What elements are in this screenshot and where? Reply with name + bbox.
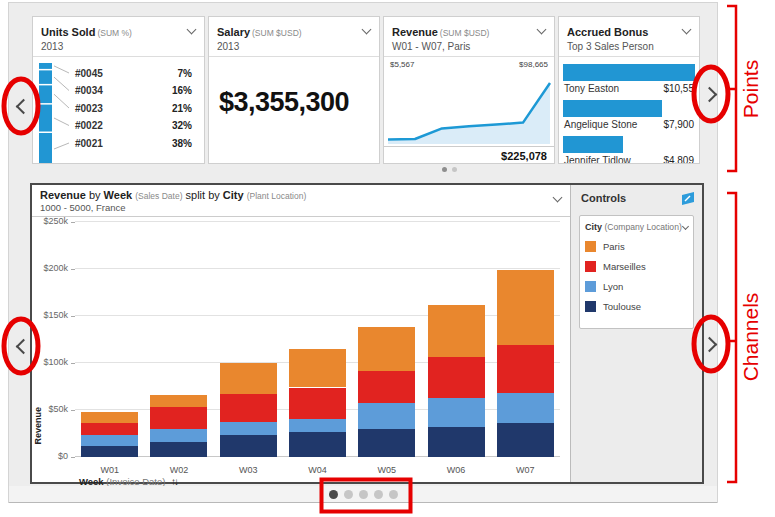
bar-segment-lyon[interactable] bbox=[220, 422, 277, 435]
callout-line bbox=[54, 118, 69, 126]
gridline bbox=[75, 268, 560, 269]
bonus-bar[interactable] bbox=[563, 136, 623, 153]
bar-segment-toulouse[interactable] bbox=[428, 427, 485, 457]
units-item-label: #0022 bbox=[75, 120, 103, 131]
cards-prev-button[interactable] bbox=[10, 91, 32, 121]
bar-segment-paris[interactable] bbox=[497, 270, 554, 345]
bar-segment-toulouse[interactable] bbox=[81, 446, 138, 457]
bonus-value: $10,55 bbox=[663, 83, 694, 94]
card-header: Revenue(SUM $USD) W01 - W07, Paris bbox=[384, 17, 554, 57]
pagination-dot[interactable] bbox=[329, 490, 338, 499]
units-sold-bar-segment[interactable] bbox=[39, 70, 52, 84]
charts-prev-button[interactable] bbox=[10, 331, 32, 361]
card-pagination-dot[interactable] bbox=[452, 167, 457, 172]
y-axis-tick-label: $200k bbox=[32, 263, 68, 273]
bar-segment-marseilles[interactable] bbox=[81, 423, 138, 435]
annotation-bracket-points bbox=[727, 6, 736, 171]
y-axis-tick bbox=[71, 316, 75, 317]
chevron-down-icon[interactable] bbox=[682, 25, 692, 35]
units-item-label: #0021 bbox=[75, 138, 103, 149]
card-pagination-dot[interactable] bbox=[442, 167, 447, 172]
gridline bbox=[75, 315, 560, 316]
controls-panel: Controls City (Company Location) ParisMa… bbox=[570, 185, 702, 482]
expand-icon[interactable] bbox=[681, 191, 695, 209]
bar-segment-paris[interactable] bbox=[428, 305, 485, 358]
sparkline-area bbox=[388, 83, 550, 144]
legend-label: Paris bbox=[603, 241, 625, 252]
bar-segment-marseilles[interactable] bbox=[150, 407, 207, 429]
bar-segment-toulouse[interactable] bbox=[289, 432, 346, 457]
card-title-suffix: (SUM %) bbox=[97, 28, 131, 38]
callout-line bbox=[54, 143, 69, 149]
legend-dimension: City bbox=[585, 222, 602, 232]
chevron-left-icon bbox=[15, 98, 31, 114]
dashboard-page: Units Sold(SUM %) 2013 #00457%#003416%#0… bbox=[0, 0, 775, 517]
bar-segment-toulouse[interactable] bbox=[220, 435, 277, 457]
bonus-bar[interactable] bbox=[563, 100, 662, 117]
y-axis-tick-label: $100k bbox=[32, 357, 68, 367]
chevron-down-icon[interactable] bbox=[362, 25, 372, 35]
pagination-dot[interactable] bbox=[374, 490, 383, 499]
legend-dimension-suffix: (Company Location) bbox=[604, 222, 681, 232]
bar-segment-marseilles[interactable] bbox=[358, 371, 415, 404]
bar-segment-paris[interactable] bbox=[81, 412, 138, 423]
bonus-person-name: Angelique Stone bbox=[564, 119, 637, 130]
legend-swatch bbox=[585, 261, 596, 272]
units-sold-bar-segment[interactable] bbox=[39, 85, 52, 103]
y-axis-tick-label: $0 bbox=[32, 451, 68, 461]
bar-segment-lyon[interactable] bbox=[428, 398, 485, 427]
chart-title: Revenue by Week (Sales Date) split by Ci… bbox=[40, 189, 562, 201]
bonus-meta: Tony Easton$10,55 bbox=[564, 83, 694, 94]
bar-segment-marseilles[interactable] bbox=[289, 388, 346, 419]
x-axis-tick-label: W01 bbox=[75, 465, 144, 475]
bar-segment-toulouse[interactable] bbox=[150, 442, 207, 457]
stacked-bar-plot bbox=[75, 222, 560, 457]
bar-segment-paris[interactable] bbox=[220, 363, 277, 394]
card-header: Units Sold(SUM %) 2013 bbox=[33, 17, 204, 57]
chevron-down-icon[interactable] bbox=[187, 25, 197, 35]
x-axis-tick-label: W03 bbox=[214, 465, 283, 475]
revenue-start-value: $5,567 bbox=[390, 60, 414, 69]
legend: City (Company Location) ParisMarseillesL… bbox=[579, 215, 694, 329]
bar-segment-lyon[interactable] bbox=[81, 435, 138, 445]
bar-segment-toulouse[interactable] bbox=[497, 423, 554, 457]
legend-item-toulouse[interactable]: Toulouse bbox=[585, 301, 688, 312]
bar-segment-lyon[interactable] bbox=[358, 403, 415, 428]
cards-next-button[interactable] bbox=[700, 79, 722, 109]
bar-segment-marseilles[interactable] bbox=[428, 357, 485, 397]
units-sold-bar-segment[interactable] bbox=[39, 105, 52, 132]
legend-item-lyon[interactable]: Lyon bbox=[585, 281, 688, 292]
chevron-down-icon[interactable] bbox=[537, 25, 547, 35]
legend-item-paris[interactable]: Paris bbox=[585, 241, 688, 252]
units-sold-bar-segment[interactable] bbox=[39, 133, 52, 164]
channels-annotation-label: Channels bbox=[739, 293, 762, 382]
bar-segment-lyon[interactable] bbox=[289, 418, 346, 431]
bar-segment-marseilles[interactable] bbox=[220, 394, 277, 422]
pagination-dot[interactable] bbox=[359, 490, 368, 499]
units-sold-bar-segment[interactable] bbox=[39, 63, 52, 69]
chart-measure: Revenue bbox=[40, 189, 86, 201]
chevron-down-icon[interactable] bbox=[682, 223, 689, 230]
x-axis-tick-label: W05 bbox=[352, 465, 421, 475]
y-axis-tick-label: $250k bbox=[32, 216, 68, 226]
pagination-dot[interactable] bbox=[344, 490, 353, 499]
units-item-percent: 38% bbox=[172, 138, 192, 149]
card-title: Revenue bbox=[392, 26, 438, 38]
bar-segment-marseilles[interactable] bbox=[497, 345, 554, 393]
bonus-bar[interactable] bbox=[563, 64, 695, 81]
annotation-bracket-channels bbox=[727, 193, 736, 482]
bar-segment-lyon[interactable] bbox=[150, 429, 207, 442]
pagination-dot[interactable] bbox=[389, 490, 398, 499]
units-item-percent: 32% bbox=[172, 120, 192, 131]
bonus-person-name: Tony Easton bbox=[564, 83, 619, 94]
bar-segment-paris[interactable] bbox=[358, 327, 415, 370]
bar-segment-paris[interactable] bbox=[289, 349, 346, 388]
chevron-right-icon bbox=[701, 86, 717, 102]
bar-segment-lyon[interactable] bbox=[497, 393, 554, 423]
bar-segment-paris[interactable] bbox=[150, 395, 207, 407]
y-axis-tick bbox=[71, 363, 75, 364]
units-item-percent: 16% bbox=[172, 85, 192, 96]
bar-segment-toulouse[interactable] bbox=[358, 429, 415, 457]
x-axis-tick-label: W07 bbox=[491, 465, 560, 475]
legend-item-marseilles[interactable]: Marseilles bbox=[585, 261, 688, 272]
